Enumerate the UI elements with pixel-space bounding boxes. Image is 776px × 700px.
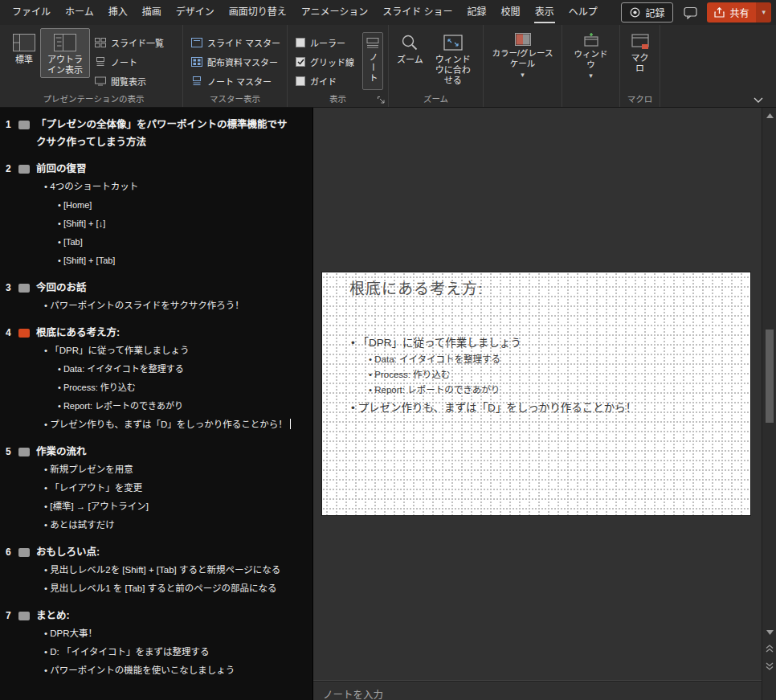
- notes-splitter[interactable]: [313, 680, 762, 682]
- comments-button[interactable]: [681, 5, 699, 21]
- gridlines-checkbox[interactable]: グリッド線: [292, 53, 357, 70]
- collapse-ribbon-button[interactable]: [754, 97, 763, 103]
- outline-item[interactable]: あとは試すだけ: [44, 516, 312, 534]
- vertical-scrollbar[interactable]: [762, 108, 776, 700]
- outline-slide-7: 7 まとめ: DPR大事！ D: 「イイタイコト」をまずは整理する パワーポイン…: [0, 607, 312, 680]
- notes-page-button[interactable]: ノート: [92, 53, 167, 70]
- slide-title-text[interactable]: 「プレゼンの全体像」をパワーポイントの標準機能でサクサク作ってしまう方法: [36, 116, 309, 151]
- outline-item[interactable]: D: 「イイタイコト」をまずは整理する: [44, 643, 312, 661]
- window-button[interactable]: ウィンドウ ▾: [566, 28, 616, 80]
- slide-sorter-button[interactable]: スライド一覧: [92, 34, 167, 51]
- tab-file[interactable]: ファイル: [5, 0, 58, 25]
- caret-down-icon: ▾: [521, 72, 525, 79]
- outline-item[interactable]: 見出しレベル1 を [Tab] すると前のページの部品になる: [44, 579, 312, 598]
- tab-design[interactable]: デザイン: [169, 0, 222, 25]
- tab-insert[interactable]: 挿入: [101, 0, 135, 25]
- notes-master-button[interactable]: ノート マスター: [188, 72, 284, 89]
- normal-view-button[interactable]: 標準: [8, 28, 40, 68]
- ruler-label: ルーラー: [310, 36, 345, 49]
- tab-draw[interactable]: 描画: [135, 0, 169, 25]
- guides-checkbox[interactable]: ガイド: [292, 72, 357, 89]
- ruler-checkbox[interactable]: ルーラー: [292, 34, 357, 51]
- show-dialog-launcher[interactable]: [377, 96, 386, 104]
- share-main[interactable]: 共有: [707, 2, 756, 23]
- tab-help[interactable]: ヘルプ: [562, 0, 605, 25]
- notes-toggle-button[interactable]: ノート: [362, 32, 383, 90]
- outline-item[interactable]: Report: レポートのできあがり: [58, 397, 312, 415]
- outline-item[interactable]: [Shift] + [↓]: [58, 215, 312, 233]
- outline-pane[interactable]: 1 「プレゼンの全体像」をパワーポイントの標準機能でサクサク作ってしまう方法 2…: [0, 108, 313, 700]
- outline-item[interactable]: DPR大事！: [44, 624, 312, 643]
- outline-item[interactable]: パワーポイントの機能を使いこなしましょう: [44, 661, 312, 680]
- slide-master-icon: [191, 38, 202, 47]
- outline-item[interactable]: [Shift] + [Tab]: [58, 252, 312, 270]
- outline-item[interactable]: 4つのショートカット: [44, 178, 312, 196]
- outline-item[interactable]: [Home]: [58, 196, 312, 215]
- checkbox-checked-icon: [296, 57, 305, 67]
- slide-icon[interactable]: [18, 121, 30, 129]
- slide-bullet[interactable]: プレゼン作りも、まずは「D」をしっかり作ることから！: [351, 399, 636, 415]
- scroll-up-button[interactable]: [762, 108, 776, 122]
- handout-master-label: 配布資料マスター: [207, 55, 278, 68]
- outline-item[interactable]: 新規プレゼンを用意: [44, 461, 312, 479]
- outline-item[interactable]: 見出しレベル2を [Shift] + [Tab] すると新規ページになる: [44, 561, 312, 579]
- tab-transitions[interactable]: 画面切り替え: [222, 0, 294, 25]
- macro-icon: [631, 34, 649, 50]
- slide-title-text[interactable]: おもしろい点:: [36, 543, 120, 561]
- slide-master-button[interactable]: スライド マスター: [188, 34, 284, 51]
- slide-number: 2: [6, 160, 16, 178]
- outline-item[interactable]: [Tab]: [58, 233, 312, 252]
- scroll-down-button[interactable]: [762, 625, 776, 639]
- outline-item[interactable]: プレゼン作りも、まずは「D」をしっかり作ることから！: [44, 415, 312, 434]
- record-button[interactable]: 記録: [621, 2, 673, 23]
- zoom-icon: [401, 34, 419, 51]
- tab-record[interactable]: 記録: [460, 0, 494, 25]
- outline-item[interactable]: Process: 作り込む: [58, 379, 312, 397]
- handout-master-button[interactable]: 配布資料マスター: [188, 53, 284, 70]
- slide-bullet[interactable]: Report: レポートのできあがり: [369, 383, 500, 395]
- slide-title-text[interactable]: 作業の流れ: [36, 443, 108, 461]
- notes-master-label: ノート マスター: [207, 75, 272, 88]
- outline-item[interactable]: [標準] → [アウトライン]: [44, 497, 312, 516]
- slide-bullet[interactable]: Process: 作り込む: [369, 367, 450, 380]
- slide-bullet[interactable]: 「DPR」に従って作業しましょう: [351, 334, 521, 350]
- slide-title-text[interactable]: まとめ:: [36, 607, 91, 624]
- slide-title[interactable]: 根底にある考え方:: [349, 276, 483, 298]
- macros-button[interactable]: マクロ: [623, 28, 656, 76]
- slide-icon[interactable]: [18, 448, 30, 456]
- fit-to-window-label: ウィンドウに合わせる: [433, 55, 473, 86]
- slide-canvas[interactable]: 根底にある考え方: 「DPR」に従って作業しましょう Data: イイタイコトを…: [322, 272, 750, 515]
- outline-view-button[interactable]: アウトライン表示: [40, 28, 90, 78]
- next-slide-button[interactable]: [762, 659, 776, 673]
- outline-item[interactable]: 「レイアウト」を変更: [44, 479, 312, 497]
- outline-item[interactable]: Data: イイタイコトを整理する: [58, 360, 312, 379]
- tab-slideshow[interactable]: スライド ショー: [375, 0, 459, 25]
- fit-to-window-button[interactable]: ウィンドウに合わせる: [428, 28, 478, 88]
- outline-item[interactable]: 「DPR」に従って作業しましょう: [44, 342, 312, 360]
- tab-review[interactable]: 校閲: [494, 0, 528, 25]
- previous-slide-button[interactable]: [762, 641, 776, 655]
- slide-title-text[interactable]: 前回の復習: [36, 160, 108, 178]
- slide-number: 7: [6, 607, 16, 624]
- slide-icon[interactable]: [18, 612, 30, 620]
- reading-view-button[interactable]: 閲覧表示: [92, 72, 167, 89]
- zoom-button[interactable]: ズーム: [392, 28, 428, 68]
- current-slide-icon[interactable]: [18, 329, 30, 338]
- notes-pane[interactable]: ノートを入力: [313, 682, 762, 700]
- slide-icon[interactable]: [18, 165, 30, 174]
- share-dropdown[interactable]: ▾: [756, 2, 771, 23]
- group-label-macros: マクロ: [620, 92, 660, 104]
- slide-title-text[interactable]: 根底にある考え方:: [36, 324, 141, 342]
- tab-view[interactable]: 表示: [528, 0, 562, 25]
- slide-icon[interactable]: [18, 284, 30, 293]
- tab-home[interactable]: ホーム: [58, 0, 101, 25]
- share-button[interactable]: 共有 ▾: [707, 2, 771, 23]
- color-grayscale-button[interactable]: カラー/グレースケール ▾: [487, 28, 558, 79]
- outline-item[interactable]: パワーポイントのスライドをサクサク作ろう！: [44, 297, 312, 315]
- tab-animations[interactable]: アニメーション: [294, 0, 376, 25]
- comment-icon: [684, 6, 697, 19]
- slide-icon[interactable]: [18, 548, 30, 557]
- slide-title-text[interactable]: 今回のお話: [36, 279, 108, 297]
- scrollbar-thumb[interactable]: [766, 330, 774, 423]
- slide-bullet[interactable]: Data: イイタイコトを整理する: [369, 352, 500, 365]
